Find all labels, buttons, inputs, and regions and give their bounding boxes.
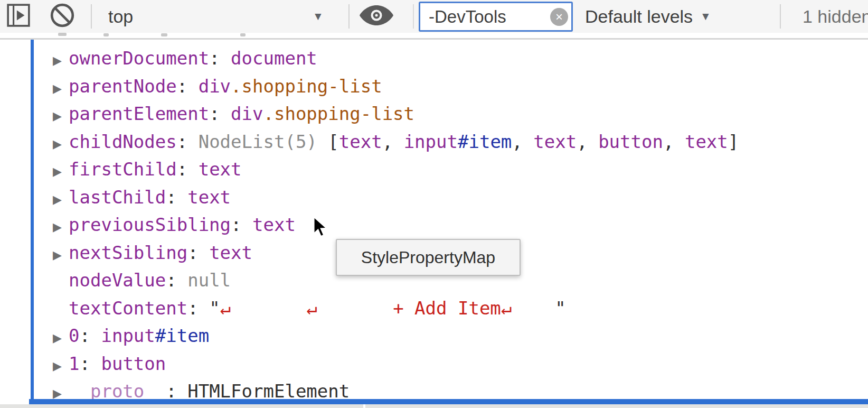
property-row-previoussibling[interactable]: ▶previousSibling: text [0, 211, 868, 239]
disclosure-triangle-icon[interactable]: ▶ [53, 186, 69, 214]
property-name: previousSibling [69, 214, 231, 235]
property-value-segment: #item [155, 325, 209, 346]
eye-icon [359, 3, 394, 30]
property-value-segment: div [231, 103, 263, 124]
property-value-segment: text [685, 131, 728, 152]
hidden-count-label: 1 hidden [803, 6, 868, 27]
colon-separator: : [231, 214, 252, 235]
clear-filter-button[interactable]: × [550, 8, 568, 26]
log-levels-dropdown[interactable]: Default levels ▼ [585, 0, 711, 33]
disclosure-triangle-icon[interactable]: ▶ [53, 214, 69, 242]
property-value-segment: NodeList(5) [199, 131, 328, 152]
property-name: childNodes [69, 131, 177, 152]
mouse-cursor [313, 216, 332, 242]
colon-separator: : [177, 131, 199, 152]
message-accent-bottom-border [29, 399, 868, 404]
toolbar-divider [780, 4, 781, 29]
property-value-segment: ] [728, 131, 739, 152]
colon-separator: : [177, 159, 199, 180]
property-name: __proto__ [69, 381, 166, 402]
colon-separator: : [79, 353, 101, 374]
toolbar-divider [413, 4, 414, 29]
clear-console-button[interactable] [49, 0, 76, 33]
property-value-segment: text [199, 159, 242, 180]
bottom-edge-strip [0, 404, 868, 408]
colon-separator: : [187, 242, 209, 263]
close-icon: × [555, 11, 563, 23]
property-name: lastChild [69, 187, 166, 208]
property-value-segment: input [404, 131, 458, 152]
property-row-parentelement[interactable]: ▶parentElement: div.shopping-list [0, 100, 868, 128]
property-value-segment: ↵ ↵ + Add Item↵ [220, 298, 555, 319]
property-row-1[interactable]: ▶1: button [0, 350, 868, 378]
disclosure-triangle-icon[interactable]: ▶ [53, 75, 69, 103]
disclosure-triangle-icon[interactable]: ▶ [53, 103, 69, 131]
property-value-segment: text [209, 242, 252, 263]
property-name: nextSibling [69, 242, 187, 263]
property-value-segment: , [577, 131, 598, 152]
colon-separator: : [209, 48, 231, 69]
console-filter: × [419, 2, 573, 32]
tooltip: StylePropertyMap [336, 239, 521, 276]
property-name: ownerDocument [69, 48, 209, 69]
property-name: firstChild [69, 159, 177, 180]
property-name: parentNode [69, 76, 177, 97]
property-row-ownerdocument[interactable]: ▶ownerDocument: document [0, 44, 868, 72]
toolbar-divider [348, 4, 350, 29]
property-row-lastchild[interactable]: ▶lastChild: text [0, 183, 868, 211]
property-value-segment: button [101, 353, 166, 374]
property-value-segment: text [252, 214, 296, 235]
property-name: 1 [69, 353, 79, 374]
property-value-segment: .shopping-list [263, 103, 414, 124]
property-value-segment: text [187, 187, 231, 208]
property-row-0[interactable]: ▶0: input#item [0, 322, 868, 350]
property-name: 0 [69, 325, 79, 346]
property-value-segment: " [209, 298, 220, 319]
property-name: textContent [69, 298, 187, 319]
execution-context-selector[interactable]: top [108, 0, 133, 33]
bottom-strip-divider [363, 404, 365, 408]
property-row-childnodes[interactable]: ▶childNodes: NodeList(5) [text, input#it… [0, 128, 868, 156]
toolbar-separator [0, 38, 868, 40]
property-row-parentnode[interactable]: ▶parentNode: div.shopping-list [0, 72, 868, 100]
tooltip-text: StylePropertyMap [361, 248, 495, 267]
devtools-console-panel: top ▼ × Default levels [0, 0, 868, 408]
hidden-messages-indicator: 1 hidden [803, 0, 868, 33]
property-value-segment: , [663, 131, 685, 152]
context-dropdown-arrow[interactable]: ▼ [313, 0, 324, 33]
colon-separator: : [166, 187, 187, 208]
property-value-segment: #item [458, 131, 512, 152]
property-name: parentElement [69, 103, 209, 124]
toggle-sidebar-button[interactable] [6, 0, 31, 33]
colon-separator: : [166, 270, 187, 291]
no-entry-icon [49, 2, 76, 31]
property-value-segment: null [187, 270, 231, 291]
property-value-segment: div [199, 76, 231, 97]
property-value-segment: , [512, 131, 533, 152]
property-name: nodeValue [69, 270, 166, 291]
property-value-segment: [ [328, 131, 338, 152]
disclosure-triangle-icon[interactable]: ▶ [53, 324, 69, 353]
colon-separator: : [166, 381, 187, 402]
context-label: top [108, 6, 133, 27]
colon-separator: : [79, 325, 101, 346]
property-row-firstchild[interactable]: ▶firstChild: text [0, 155, 868, 183]
property-row-textcontent: textContent: "↵ ↵ + Add Item↵ " [0, 294, 868, 322]
disclosure-triangle-icon[interactable]: ▶ [53, 131, 69, 159]
disclosure-triangle-icon[interactable]: ▶ [53, 353, 69, 381]
colon-separator: : [209, 103, 231, 124]
property-value-segment: text [533, 131, 577, 152]
disclosure-triangle-icon[interactable]: ▶ [53, 242, 69, 270]
colon-separator: : [177, 76, 199, 97]
toolbar-divider [91, 4, 92, 29]
property-value-segment: HTMLFormElement [187, 381, 350, 402]
property-value-segment: input [101, 325, 155, 346]
create-live-expression-button[interactable] [359, 0, 394, 33]
property-value-segment: " [555, 298, 565, 319]
levels-label: Default levels [585, 6, 693, 27]
property-value-segment: button [598, 131, 663, 152]
chevron-down-icon: ▼ [313, 10, 324, 23]
disclosure-triangle-icon[interactable]: ▶ [53, 47, 69, 75]
console-toolbar: top ▼ × Default levels [0, 0, 868, 33]
disclosure-triangle-icon[interactable]: ▶ [53, 158, 69, 186]
